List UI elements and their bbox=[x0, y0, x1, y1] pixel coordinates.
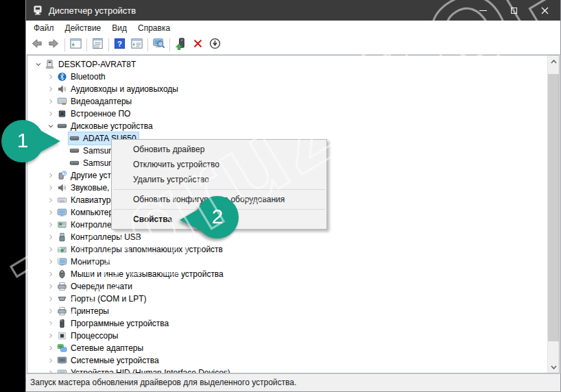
tree-item-label: Аудиовходы и аудиовыходы bbox=[69, 84, 178, 94]
expand-chevron-icon[interactable] bbox=[45, 306, 56, 317]
tree-item-content[interactable]: Принтеры bbox=[56, 305, 111, 317]
expand-chevron-icon[interactable] bbox=[45, 207, 56, 218]
minimize-button[interactable] bbox=[468, 0, 499, 21]
toolbar-scan-hardware-button[interactable] bbox=[150, 37, 167, 53]
expand-chevron-icon[interactable] bbox=[45, 96, 56, 107]
tree-item-content[interactable]: Встроенное ПО bbox=[56, 108, 132, 120]
expand-chevron-icon[interactable] bbox=[45, 330, 56, 341]
tree-item-content[interactable]: Мыши и иные указывающие устройства bbox=[56, 268, 226, 280]
menubar-item[interactable]: Справка bbox=[132, 21, 176, 35]
expand-chevron-icon[interactable] bbox=[45, 71, 56, 82]
tree-item[interactable]: Очереди печати bbox=[27, 280, 547, 293]
toolbar-back-button[interactable] bbox=[28, 37, 45, 53]
tree-item[interactable]: Устройства HID (Human Interface Devices) bbox=[27, 367, 547, 373]
expand-chevron-icon[interactable] bbox=[45, 84, 56, 95]
computer-icon bbox=[45, 60, 56, 70]
expand-chevron-icon[interactable] bbox=[45, 269, 56, 280]
scrollbar-thumb[interactable] bbox=[548, 74, 560, 341]
expand-chevron-icon[interactable] bbox=[45, 355, 56, 366]
tree-item[interactable]: Мыши и иные указывающие устройства bbox=[27, 268, 547, 280]
context-menu-item[interactable]: Удалить устройство bbox=[112, 172, 326, 187]
tree-item-label: Samsun bbox=[81, 146, 113, 156]
expand-chevron-icon[interactable] bbox=[45, 293, 56, 304]
expand-chevron-icon[interactable] bbox=[45, 318, 56, 329]
tree-item-content[interactable]: Клавиатуры bbox=[56, 194, 119, 206]
tree-item-content[interactable]: Контроллеры запоминающих устройств bbox=[56, 243, 225, 256]
menubar-item[interactable]: Вид bbox=[106, 21, 132, 35]
tree-item-content[interactable]: DESKTOP-AVRAT8T bbox=[44, 58, 138, 71]
expand-chevron-icon[interactable] bbox=[45, 367, 56, 373]
title-bar: Диспетчер устройств bbox=[26, 0, 560, 21]
toolbar-properties-button[interactable] bbox=[89, 37, 106, 53]
menubar-item[interactable]: Файл bbox=[28, 21, 60, 35]
close-button[interactable] bbox=[529, 0, 560, 21]
tree-item[interactable]: Сетевые адаптеры bbox=[27, 342, 547, 354]
tree-item-content[interactable]: Дисковые устройства bbox=[56, 120, 155, 132]
tree-item[interactable]: Bluetooth bbox=[27, 71, 547, 83]
unknown-icon: ? bbox=[57, 171, 68, 181]
tree-item[interactable]: Принтеры bbox=[27, 305, 547, 317]
tree-item-content[interactable]: Компьютер bbox=[56, 206, 115, 219]
tree-item-label: Клавиатуры bbox=[69, 195, 117, 205]
tree-item[interactable]: Встроенное ПО bbox=[27, 108, 547, 120]
tree-item-content[interactable]: Устройства HID (Human Interface Devices) bbox=[56, 367, 232, 373]
svg-text:?: ? bbox=[63, 171, 66, 175]
toolbar-console-tree-button[interactable] bbox=[67, 37, 84, 53]
expand-chevron-icon[interactable] bbox=[45, 256, 56, 267]
tree-item[interactable]: DESKTOP-AVRAT8T bbox=[27, 58, 547, 71]
toolbar-forward-button[interactable] bbox=[45, 37, 62, 53]
tree-item[interactable]: Контроллеры запоминающих устройств bbox=[27, 243, 547, 256]
tree-item-content[interactable]: Samsun bbox=[69, 145, 115, 157]
toolbar-update-driver-button[interactable] bbox=[172, 37, 189, 53]
context-menu-item[interactable]: Обновить драйвер bbox=[112, 142, 326, 157]
tree-item-content[interactable]: Bluetooth bbox=[56, 71, 108, 83]
tree-item-content[interactable]: Аудиовходы и аудиовыходы bbox=[56, 83, 180, 95]
toolbar-help-button[interactable]: ? bbox=[111, 37, 128, 53]
tree-item-content[interactable]: Процессоры bbox=[56, 330, 121, 342]
tree-item[interactable]: Видеоадаптеры bbox=[27, 95, 547, 108]
toolbar-list-window-button[interactable] bbox=[128, 37, 145, 53]
tree-item[interactable]: Дисковые устройства bbox=[27, 120, 547, 132]
expand-chevron-icon[interactable] bbox=[45, 170, 56, 181]
scroll-down-icon[interactable] bbox=[548, 361, 560, 373]
tree-item[interactable]: Процессоры bbox=[27, 330, 547, 342]
toolbar-uninstall-button[interactable] bbox=[189, 37, 206, 53]
tree-item-content[interactable]: Системные устройства bbox=[56, 354, 161, 367]
tree-item-content[interactable]: Контроллеры USB bbox=[56, 231, 143, 243]
expand-chevron-icon[interactable] bbox=[45, 244, 56, 255]
expand-chevron-icon[interactable] bbox=[45, 232, 56, 243]
tree-item[interactable]: Контроллеры USB bbox=[27, 231, 547, 243]
tree-item[interactable]: Аудиовходы и аудиовыходы bbox=[27, 83, 547, 95]
tree-item-content[interactable]: Мониторы bbox=[56, 256, 112, 268]
tree-item-label: Устройства HID (Human Interface Devices) bbox=[69, 368, 230, 373]
maximize-button[interactable] bbox=[499, 0, 529, 21]
expand-chevron-icon[interactable] bbox=[45, 195, 56, 206]
tree-item[interactable]: Порты (COM и LPT) bbox=[27, 293, 547, 305]
expand-chevron-icon[interactable] bbox=[45, 343, 56, 354]
tree-item-content[interactable]: Видеоадаптеры bbox=[56, 95, 134, 108]
expand-chevron-icon[interactable] bbox=[45, 281, 56, 292]
tree-item-content[interactable]: Программные устройства bbox=[56, 317, 171, 330]
speaker-icon bbox=[57, 84, 68, 95]
vertical-scrollbar[interactable] bbox=[547, 56, 559, 373]
tree-item[interactable]: Системные устройства bbox=[27, 354, 547, 367]
context-menu-item[interactable]: Отключить устройство bbox=[112, 157, 326, 172]
tree-item-label: Контроллеры запоминающих устройств bbox=[69, 245, 223, 254]
expand-chevron-icon[interactable] bbox=[45, 219, 56, 230]
tree-item-content[interactable]: Samsun bbox=[69, 157, 115, 169]
svg-text:?: ? bbox=[117, 40, 122, 48]
tree-item-content[interactable]: Сетевые адаптеры bbox=[56, 342, 145, 354]
menubar-item[interactable]: Действие bbox=[60, 21, 107, 35]
toolbar-disable-button[interactable] bbox=[206, 37, 224, 53]
console-tree-icon bbox=[69, 37, 82, 53]
mouse-icon bbox=[57, 269, 68, 280]
scroll-up-icon[interactable] bbox=[548, 56, 560, 67]
tree-item[interactable]: Мониторы bbox=[27, 256, 547, 268]
expand-chevron-icon[interactable] bbox=[33, 59, 44, 70]
expand-chevron-icon[interactable] bbox=[45, 182, 56, 193]
display-icon bbox=[57, 97, 68, 107]
tree-item[interactable]: Программные устройства bbox=[27, 317, 547, 330]
close-icon bbox=[541, 7, 549, 14]
tree-item-content[interactable]: Очереди печати bbox=[56, 280, 134, 293]
tree-item-content[interactable]: Порты (COM и LPT) bbox=[56, 293, 149, 305]
